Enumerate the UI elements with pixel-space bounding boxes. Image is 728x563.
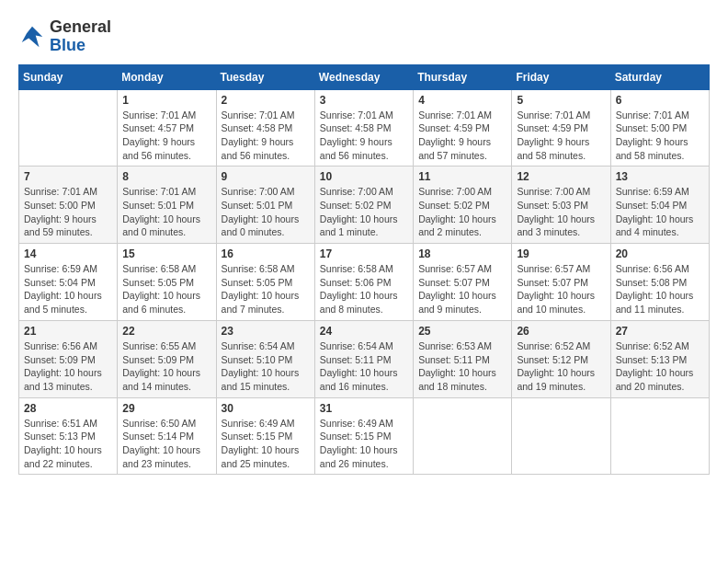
calendar-day-cell: 8Sunrise: 7:01 AMSunset: 5:01 PMDaylight…	[118, 167, 216, 244]
day-number: 9	[222, 170, 310, 183]
calendar-day-cell: 9Sunrise: 7:00 AMSunset: 5:01 PMDaylight…	[216, 167, 314, 244]
day-number: 25	[418, 325, 506, 338]
day-info: Sunrise: 6:51 AMSunset: 5:13 PMDaylight:…	[24, 417, 112, 471]
calendar-day-cell: 29Sunrise: 6:50 AMSunset: 5:14 PMDayligh…	[118, 397, 216, 475]
day-number: 6	[616, 94, 704, 107]
day-info: Sunrise: 7:01 AMSunset: 4:58 PMDaylight:…	[222, 109, 310, 163]
calendar-day-cell: 20Sunrise: 6:56 AMSunset: 5:08 PMDayligh…	[610, 244, 709, 321]
day-number: 8	[122, 170, 210, 183]
calendar-day-cell: 14Sunrise: 6:59 AMSunset: 5:04 PMDayligh…	[19, 244, 118, 321]
calendar-day-cell: 11Sunrise: 7:00 AMSunset: 5:02 PMDayligh…	[414, 167, 512, 244]
day-number: 16	[222, 247, 310, 260]
day-info: Sunrise: 6:57 AMSunset: 5:07 PMDaylight:…	[418, 262, 506, 316]
calendar-day-cell: 28Sunrise: 6:51 AMSunset: 5:13 PMDayligh…	[19, 397, 118, 475]
calendar-day-cell: 4Sunrise: 7:01 AMSunset: 4:59 PMDaylight…	[414, 89, 512, 167]
calendar-day-cell: 24Sunrise: 6:54 AMSunset: 5:11 PMDayligh…	[314, 320, 413, 397]
day-number: 26	[517, 325, 605, 338]
calendar-week-row: 7Sunrise: 7:01 AMSunset: 5:00 PMDaylight…	[19, 167, 710, 244]
day-number: 7	[24, 170, 112, 183]
day-info: Sunrise: 6:56 AMSunset: 5:09 PMDaylight:…	[24, 339, 112, 394]
weekday-header: Monday	[118, 64, 216, 89]
day-number: 31	[320, 402, 408, 415]
calendar-day-cell: 3Sunrise: 7:01 AMSunset: 4:58 PMDaylight…	[314, 89, 413, 167]
day-number: 17	[320, 247, 408, 260]
logo-icon	[18, 23, 46, 51]
day-number: 21	[24, 325, 112, 338]
calendar-table: SundayMondayTuesdayWednesdayThursdayFrid…	[18, 64, 710, 476]
day-number: 24	[320, 325, 408, 338]
calendar-day-cell	[512, 397, 610, 475]
day-info: Sunrise: 7:00 AMSunset: 5:02 PMDaylight:…	[418, 185, 506, 239]
calendar-day-cell: 15Sunrise: 6:58 AMSunset: 5:05 PMDayligh…	[118, 244, 216, 321]
calendar-day-cell: 21Sunrise: 6:56 AMSunset: 5:09 PMDayligh…	[19, 320, 118, 397]
day-info: Sunrise: 7:01 AMSunset: 5:00 PMDaylight:…	[616, 109, 704, 163]
day-info: Sunrise: 6:53 AMSunset: 5:11 PMDaylight:…	[418, 339, 506, 394]
day-number: 15	[122, 247, 210, 260]
day-info: Sunrise: 6:54 AMSunset: 5:10 PMDaylight:…	[222, 339, 310, 394]
calendar-day-cell: 7Sunrise: 7:01 AMSunset: 5:00 PMDaylight…	[19, 167, 118, 244]
day-info: Sunrise: 6:59 AMSunset: 5:04 PMDaylight:…	[24, 262, 112, 316]
day-number: 5	[517, 94, 605, 107]
day-info: Sunrise: 6:52 AMSunset: 5:12 PMDaylight:…	[517, 339, 605, 394]
calendar-day-cell: 6Sunrise: 7:01 AMSunset: 5:00 PMDaylight…	[610, 89, 709, 167]
day-number: 30	[222, 402, 310, 415]
day-info: Sunrise: 6:59 AMSunset: 5:04 PMDaylight:…	[616, 185, 704, 239]
calendar-day-cell: 30Sunrise: 6:49 AMSunset: 5:15 PMDayligh…	[216, 397, 314, 475]
weekday-header: Friday	[512, 64, 610, 89]
day-number: 12	[517, 170, 605, 183]
day-info: Sunrise: 6:55 AMSunset: 5:09 PMDaylight:…	[122, 339, 210, 394]
calendar-day-cell	[19, 89, 118, 167]
day-info: Sunrise: 6:49 AMSunset: 5:15 PMDaylight:…	[320, 417, 408, 471]
day-info: Sunrise: 6:50 AMSunset: 5:14 PMDaylight:…	[122, 417, 210, 471]
calendar-day-cell: 16Sunrise: 6:58 AMSunset: 5:05 PMDayligh…	[216, 244, 314, 321]
day-number: 27	[616, 325, 704, 338]
calendar-day-cell: 5Sunrise: 7:01 AMSunset: 4:59 PMDaylight…	[512, 89, 610, 167]
calendar-day-cell: 27Sunrise: 6:52 AMSunset: 5:13 PMDayligh…	[610, 320, 709, 397]
calendar-week-row: 1Sunrise: 7:01 AMSunset: 4:57 PMDaylight…	[19, 89, 710, 167]
day-info: Sunrise: 6:57 AMSunset: 5:07 PMDaylight:…	[517, 262, 605, 316]
day-number: 3	[320, 94, 408, 107]
day-info: Sunrise: 6:54 AMSunset: 5:11 PMDaylight:…	[320, 339, 408, 394]
calendar-day-cell: 18Sunrise: 6:57 AMSunset: 5:07 PMDayligh…	[414, 244, 512, 321]
page-header: General Blue	[18, 18, 710, 55]
day-info: Sunrise: 6:56 AMSunset: 5:08 PMDaylight:…	[616, 262, 704, 316]
day-number: 19	[517, 247, 605, 260]
day-number: 29	[122, 402, 210, 415]
day-number: 10	[320, 170, 408, 183]
calendar-day-cell: 17Sunrise: 6:58 AMSunset: 5:06 PMDayligh…	[314, 244, 413, 321]
day-info: Sunrise: 7:01 AMSunset: 5:01 PMDaylight:…	[122, 185, 210, 239]
day-info: Sunrise: 7:01 AMSunset: 5:00 PMDaylight:…	[24, 185, 112, 239]
weekday-header: Tuesday	[216, 64, 314, 89]
day-number: 28	[24, 402, 112, 415]
calendar-week-row: 14Sunrise: 6:59 AMSunset: 5:04 PMDayligh…	[19, 244, 710, 321]
calendar-week-row: 28Sunrise: 6:51 AMSunset: 5:13 PMDayligh…	[19, 397, 710, 475]
day-number: 4	[418, 94, 506, 107]
calendar-day-cell: 25Sunrise: 6:53 AMSunset: 5:11 PMDayligh…	[414, 320, 512, 397]
calendar-week-row: 21Sunrise: 6:56 AMSunset: 5:09 PMDayligh…	[19, 320, 710, 397]
day-number: 20	[616, 247, 704, 260]
day-info: Sunrise: 7:00 AMSunset: 5:01 PMDaylight:…	[222, 185, 310, 239]
calendar-day-cell: 1Sunrise: 7:01 AMSunset: 4:57 PMDaylight…	[118, 89, 216, 167]
calendar-day-cell: 12Sunrise: 7:00 AMSunset: 5:03 PMDayligh…	[512, 167, 610, 244]
day-number: 14	[24, 247, 112, 260]
calendar-day-cell: 23Sunrise: 6:54 AMSunset: 5:10 PMDayligh…	[216, 320, 314, 397]
day-number: 2	[222, 94, 310, 107]
day-info: Sunrise: 6:58 AMSunset: 5:06 PMDaylight:…	[320, 262, 408, 316]
day-info: Sunrise: 6:49 AMSunset: 5:15 PMDaylight:…	[222, 417, 310, 471]
day-info: Sunrise: 6:52 AMSunset: 5:13 PMDaylight:…	[616, 339, 704, 394]
day-number: 13	[616, 170, 704, 183]
day-number: 1	[122, 94, 210, 107]
svg-marker-0	[22, 27, 43, 48]
calendar-day-cell: 10Sunrise: 7:00 AMSunset: 5:02 PMDayligh…	[314, 167, 413, 244]
day-info: Sunrise: 7:00 AMSunset: 5:03 PMDaylight:…	[517, 185, 605, 239]
day-info: Sunrise: 6:58 AMSunset: 5:05 PMDaylight:…	[222, 262, 310, 316]
calendar-header-row: SundayMondayTuesdayWednesdayThursdayFrid…	[19, 64, 710, 89]
day-info: Sunrise: 6:58 AMSunset: 5:05 PMDaylight:…	[122, 262, 210, 316]
day-info: Sunrise: 7:01 AMSunset: 4:59 PMDaylight:…	[418, 109, 506, 163]
calendar-day-cell: 31Sunrise: 6:49 AMSunset: 5:15 PMDayligh…	[314, 397, 413, 475]
calendar-day-cell: 2Sunrise: 7:01 AMSunset: 4:58 PMDaylight…	[216, 89, 314, 167]
day-info: Sunrise: 7:01 AMSunset: 4:57 PMDaylight:…	[122, 109, 210, 163]
day-info: Sunrise: 7:01 AMSunset: 4:58 PMDaylight:…	[320, 109, 408, 163]
day-number: 11	[418, 170, 506, 183]
calendar-day-cell	[414, 397, 512, 475]
